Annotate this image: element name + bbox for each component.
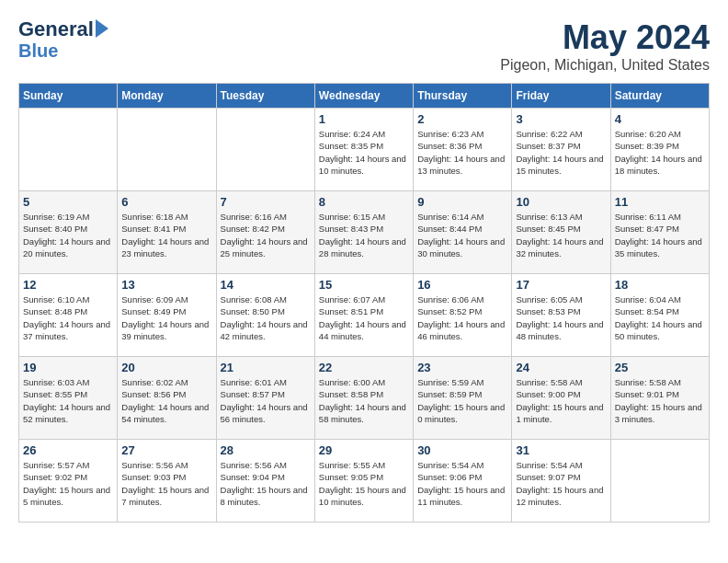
cell-content: Sunrise: 5:55 AM Sunset: 9:05 PM Dayligh… xyxy=(319,459,409,508)
day-number: 16 xyxy=(417,278,507,292)
weekday-header: Sunday xyxy=(19,84,118,109)
calendar-cell: 17Sunrise: 6:05 AM Sunset: 8:53 PM Dayli… xyxy=(512,274,610,357)
calendar-cell: 19Sunrise: 6:03 AM Sunset: 8:55 PM Dayli… xyxy=(19,357,118,440)
calendar-table: SundayMondayTuesdayWednesdayThursdayFrid… xyxy=(18,83,710,523)
calendar-cell: 5Sunrise: 6:19 AM Sunset: 8:40 PM Daylig… xyxy=(19,191,118,274)
day-number: 20 xyxy=(121,361,211,374)
weekday-header-row: SundayMondayTuesdayWednesdayThursdayFrid… xyxy=(19,84,710,109)
calendar-cell: 15Sunrise: 6:07 AM Sunset: 8:51 PM Dayli… xyxy=(314,274,413,357)
cell-content: Sunrise: 6:07 AM Sunset: 8:51 PM Dayligh… xyxy=(319,293,409,342)
calendar-cell: 23Sunrise: 5:59 AM Sunset: 8:59 PM Dayli… xyxy=(414,357,512,440)
calendar-cell: 29Sunrise: 5:55 AM Sunset: 9:05 PM Dayli… xyxy=(314,440,413,523)
calendar-cell: 27Sunrise: 5:56 AM Sunset: 9:03 PM Dayli… xyxy=(118,440,216,523)
calendar-cell: 1Sunrise: 6:24 AM Sunset: 8:35 PM Daylig… xyxy=(314,109,413,191)
day-number: 11 xyxy=(615,195,705,209)
day-number: 29 xyxy=(319,443,409,457)
day-number: 25 xyxy=(615,361,705,374)
day-number: 4 xyxy=(615,112,705,126)
day-number: 26 xyxy=(23,443,113,457)
cell-content: Sunrise: 6:04 AM Sunset: 8:54 PM Dayligh… xyxy=(615,293,705,342)
day-number: 8 xyxy=(319,195,409,209)
logo-blue: Blue xyxy=(18,40,58,61)
logo-arrow-icon xyxy=(96,19,108,38)
day-number: 28 xyxy=(221,443,311,457)
calendar-cell: 21Sunrise: 6:01 AM Sunset: 8:57 PM Dayli… xyxy=(216,357,314,440)
logo: General Blue xyxy=(18,18,108,61)
calendar-cell: 8Sunrise: 6:15 AM Sunset: 8:43 PM Daylig… xyxy=(314,191,413,274)
calendar-cell: 24Sunrise: 5:58 AM Sunset: 9:00 PM Dayli… xyxy=(512,357,610,440)
calendar-week-row: 5Sunrise: 6:19 AM Sunset: 8:40 PM Daylig… xyxy=(19,191,710,274)
day-number: 12 xyxy=(23,278,113,292)
cell-content: Sunrise: 6:20 AM Sunset: 8:39 PM Dayligh… xyxy=(615,128,705,177)
calendar-cell: 28Sunrise: 5:56 AM Sunset: 9:04 PM Dayli… xyxy=(216,440,314,523)
day-number: 22 xyxy=(319,361,409,374)
cell-content: Sunrise: 6:05 AM Sunset: 8:53 PM Dayligh… xyxy=(516,293,606,342)
calendar-cell: 10Sunrise: 6:13 AM Sunset: 8:45 PM Dayli… xyxy=(512,191,610,274)
day-number: 15 xyxy=(319,278,409,292)
cell-content: Sunrise: 6:19 AM Sunset: 8:40 PM Dayligh… xyxy=(23,211,113,259)
logo-text: General xyxy=(18,18,108,40)
cell-content: Sunrise: 5:56 AM Sunset: 9:03 PM Dayligh… xyxy=(121,459,211,508)
cell-content: Sunrise: 6:15 AM Sunset: 8:43 PM Dayligh… xyxy=(319,211,409,259)
calendar-week-row: 19Sunrise: 6:03 AM Sunset: 8:55 PM Dayli… xyxy=(19,357,710,440)
calendar-cell: 30Sunrise: 5:54 AM Sunset: 9:06 PM Dayli… xyxy=(414,440,512,523)
cell-content: Sunrise: 6:10 AM Sunset: 8:48 PM Dayligh… xyxy=(23,293,113,342)
day-number: 30 xyxy=(417,443,507,457)
calendar-week-row: 26Sunrise: 5:57 AM Sunset: 9:02 PM Dayli… xyxy=(19,440,710,523)
calendar-cell: 22Sunrise: 6:00 AM Sunset: 8:58 PM Dayli… xyxy=(314,357,413,440)
cell-content: Sunrise: 6:16 AM Sunset: 8:42 PM Dayligh… xyxy=(221,211,311,259)
day-number: 13 xyxy=(121,278,211,292)
day-number: 6 xyxy=(121,195,211,209)
cell-content: Sunrise: 5:54 AM Sunset: 9:06 PM Dayligh… xyxy=(417,459,507,508)
calendar-cell: 18Sunrise: 6:04 AM Sunset: 8:54 PM Dayli… xyxy=(610,274,709,357)
calendar-subtitle: Pigeon, Michigan, United States xyxy=(500,57,710,74)
calendar-cell: 16Sunrise: 6:06 AM Sunset: 8:52 PM Dayli… xyxy=(414,274,512,357)
cell-content: Sunrise: 6:02 AM Sunset: 8:56 PM Dayligh… xyxy=(121,376,211,425)
calendar-cell xyxy=(216,109,314,191)
cell-content: Sunrise: 5:58 AM Sunset: 9:00 PM Dayligh… xyxy=(516,376,606,425)
calendar-cell: 6Sunrise: 6:18 AM Sunset: 8:41 PM Daylig… xyxy=(118,191,216,274)
calendar-cell xyxy=(19,109,118,191)
day-number: 17 xyxy=(516,278,606,292)
day-number: 21 xyxy=(221,361,311,374)
calendar-cell: 11Sunrise: 6:11 AM Sunset: 8:47 PM Dayli… xyxy=(610,191,709,274)
cell-content: Sunrise: 5:58 AM Sunset: 9:01 PM Dayligh… xyxy=(615,376,705,425)
cell-content: Sunrise: 6:00 AM Sunset: 8:58 PM Dayligh… xyxy=(319,376,409,425)
page-header: General Blue May 2024 Pigeon, Michigan, … xyxy=(18,18,710,74)
calendar-cell: 20Sunrise: 6:02 AM Sunset: 8:56 PM Dayli… xyxy=(118,357,216,440)
cell-content: Sunrise: 6:06 AM Sunset: 8:52 PM Dayligh… xyxy=(417,293,507,342)
day-number: 18 xyxy=(615,278,705,292)
calendar-cell: 4Sunrise: 6:20 AM Sunset: 8:39 PM Daylig… xyxy=(610,109,709,191)
calendar-cell: 3Sunrise: 6:22 AM Sunset: 8:37 PM Daylig… xyxy=(512,109,610,191)
cell-content: Sunrise: 6:14 AM Sunset: 8:44 PM Dayligh… xyxy=(417,211,507,259)
cell-content: Sunrise: 5:57 AM Sunset: 9:02 PM Dayligh… xyxy=(23,459,113,508)
calendar-cell xyxy=(610,440,709,523)
day-number: 9 xyxy=(417,195,507,209)
cell-content: Sunrise: 6:11 AM Sunset: 8:47 PM Dayligh… xyxy=(615,211,705,259)
calendar-cell: 13Sunrise: 6:09 AM Sunset: 8:49 PM Dayli… xyxy=(118,274,216,357)
calendar-cell: 14Sunrise: 6:08 AM Sunset: 8:50 PM Dayli… xyxy=(216,274,314,357)
weekday-header: Friday xyxy=(512,84,610,109)
day-number: 10 xyxy=(516,195,606,209)
weekday-header: Monday xyxy=(118,84,216,109)
cell-content: Sunrise: 5:59 AM Sunset: 8:59 PM Dayligh… xyxy=(417,376,507,425)
day-number: 14 xyxy=(221,278,311,292)
calendar-title: May 2024 xyxy=(500,18,710,57)
calendar-cell: 31Sunrise: 5:54 AM Sunset: 9:07 PM Dayli… xyxy=(512,440,610,523)
day-number: 7 xyxy=(221,195,311,209)
day-number: 23 xyxy=(417,361,507,374)
day-number: 1 xyxy=(319,112,409,126)
cell-content: Sunrise: 6:22 AM Sunset: 8:37 PM Dayligh… xyxy=(516,128,606,177)
day-number: 27 xyxy=(121,443,211,457)
cell-content: Sunrise: 6:24 AM Sunset: 8:35 PM Dayligh… xyxy=(319,128,409,177)
cell-content: Sunrise: 6:01 AM Sunset: 8:57 PM Dayligh… xyxy=(221,376,311,425)
weekday-header: Saturday xyxy=(610,84,709,109)
cell-content: Sunrise: 6:23 AM Sunset: 8:36 PM Dayligh… xyxy=(417,128,507,177)
cell-content: Sunrise: 6:03 AM Sunset: 8:55 PM Dayligh… xyxy=(23,376,113,425)
cell-content: Sunrise: 6:09 AM Sunset: 8:49 PM Dayligh… xyxy=(121,293,211,342)
day-number: 31 xyxy=(516,443,606,457)
calendar-cell: 2Sunrise: 6:23 AM Sunset: 8:36 PM Daylig… xyxy=(414,109,512,191)
title-block: May 2024 Pigeon, Michigan, United States xyxy=(500,18,710,74)
calendar-week-row: 1Sunrise: 6:24 AM Sunset: 8:35 PM Daylig… xyxy=(19,109,710,191)
cell-content: Sunrise: 6:13 AM Sunset: 8:45 PM Dayligh… xyxy=(516,211,606,259)
